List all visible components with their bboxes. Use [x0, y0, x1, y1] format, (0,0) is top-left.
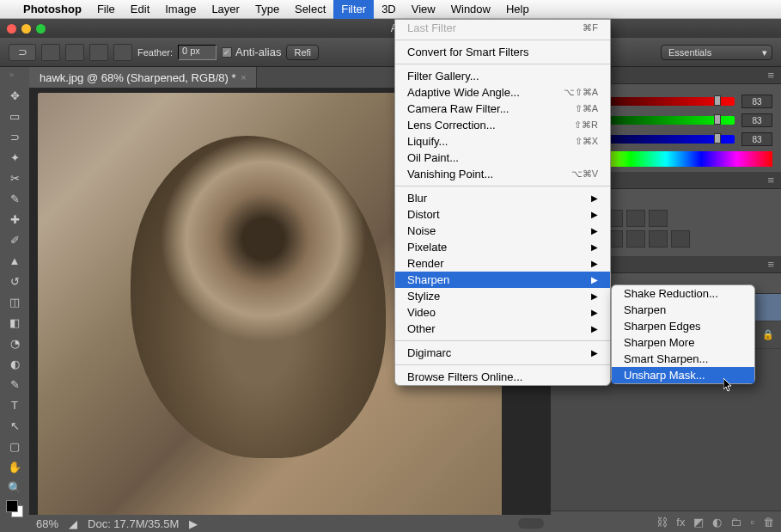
smart-sharpen-item[interactable]: Smart Sharpen... [612, 351, 754, 367]
slider-thumb-icon[interactable] [714, 133, 721, 144]
stamp-tool-icon[interactable]: ▲ [3, 251, 26, 270]
minimize-icon[interactable] [21, 24, 31, 34]
foreground-color-icon[interactable] [6, 500, 18, 512]
menu-select[interactable]: Select [287, 0, 333, 19]
panel-menu-icon[interactable]: ≡ [767, 69, 774, 82]
channel-mixer-adjust-icon[interactable] [649, 230, 668, 248]
pixelate-submenu-item[interactable]: Pixelate▶ [395, 239, 610, 255]
menu-image[interactable]: Image [157, 0, 204, 19]
refine-edge-button[interactable]: Refi [286, 45, 319, 60]
expand-icon[interactable]: » [9, 70, 20, 81]
digimarc-submenu-item[interactable]: Digimarc▶ [395, 345, 610, 361]
h-scrollbar[interactable] [518, 518, 544, 529]
history-brush-tool-icon[interactable]: ↺ [3, 272, 26, 290]
antialias-checkbox[interactable]: ✓ Anti-alias [222, 46, 281, 58]
menu-layer[interactable]: Layer [204, 0, 247, 19]
adaptive-wide-item[interactable]: Adaptive Wide Angle...⌥⇧⌘A [395, 84, 610, 101]
document-tab[interactable]: hawk.jpg @ 68% (Sharpened, RGB/8) * × [29, 67, 257, 88]
vibrance-adjust-icon[interactable] [649, 210, 668, 227]
selection-add-icon[interactable] [65, 44, 84, 61]
filter-gallery-item[interactable]: Filter Gallery... [395, 68, 610, 84]
eraser-tool-icon[interactable]: ◫ [3, 292, 26, 311]
panel-menu-icon[interactable]: ≡ [767, 174, 774, 187]
slider-thumb-icon[interactable] [714, 114, 721, 125]
selection-new-icon[interactable] [41, 44, 60, 61]
oil-paint-item[interactable]: Oil Paint... [395, 150, 610, 166]
liquify-item[interactable]: Liquify...⇧⌘X [395, 133, 610, 150]
zoom-icon[interactable] [36, 24, 46, 34]
menu-type[interactable]: Type [247, 0, 287, 19]
feather-input[interactable]: 0 px [178, 45, 217, 60]
heal-tool-icon[interactable]: ✚ [3, 210, 26, 229]
dodge-tool-icon[interactable]: ◐ [3, 354, 26, 373]
lasso-tool-icon[interactable]: ⊃ [9, 44, 36, 61]
menu-3d[interactable]: 3D [374, 0, 404, 19]
menu-view[interactable]: View [404, 0, 443, 19]
lock-icon[interactable]: 🔒 [762, 329, 774, 340]
mac-menubar[interactable]: Photoshop File Edit Image Layer Type Sel… [0, 0, 781, 19]
slider-thumb-icon[interactable] [714, 95, 721, 106]
sharpen-edges-item[interactable]: Sharpen Edges [612, 318, 754, 334]
marquee-tool-icon[interactable]: ▭ [3, 107, 26, 125]
video-submenu-item[interactable]: Video▶ [395, 304, 610, 321]
lens-correction-item[interactable]: Lens Correction...⇧⌘R [395, 117, 610, 133]
group-icon[interactable]: 🗀 [730, 516, 741, 529]
new-layer-icon[interactable]: ▫ [750, 516, 754, 529]
blur-tool-icon[interactable]: ◔ [3, 333, 26, 352]
close-tab-icon[interactable]: × [241, 73, 247, 83]
posterize-adjust-icon[interactable] [671, 230, 690, 248]
vanishing-point-item[interactable]: Vanishing Point...⌥⌘V [395, 166, 610, 182]
lasso-tool-icon[interactable]: ⊃ [3, 127, 26, 146]
window-controls[interactable] [7, 24, 46, 34]
blur-submenu-item[interactable]: Blur▶ [395, 190, 610, 206]
sharpen-submenu[interactable]: Shake Reduction... Sharpen Sharpen Edges… [611, 284, 755, 384]
browse-online-item[interactable]: Browse Filters Online... [395, 369, 610, 385]
panel-menu-icon[interactable]: ≡ [767, 258, 774, 271]
selection-subtract-icon[interactable] [89, 44, 108, 61]
wand-tool-icon[interactable]: ✦ [3, 148, 26, 167]
filter-dropdown[interactable]: Last Filter⌘F Convert for Smart Filters … [394, 19, 611, 386]
adjustment-layer-icon[interactable]: ◐ [712, 516, 722, 529]
sharpen-more-item[interactable]: Sharpen More [612, 334, 754, 351]
brush-tool-icon[interactable]: ✐ [3, 230, 26, 249]
shake-reduction-item[interactable]: Shake Reduction... [612, 285, 754, 302]
type-tool-icon[interactable]: T [3, 395, 26, 414]
close-icon[interactable] [7, 24, 16, 34]
menu-file[interactable]: File [89, 0, 123, 19]
link-icon[interactable]: ⛓ [656, 516, 668, 529]
camera-raw-item[interactable]: Camera Raw Filter...⇧⌘A [395, 101, 610, 117]
render-submenu-item[interactable]: Render▶ [395, 255, 610, 272]
path-select-tool-icon[interactable]: ↖ [3, 416, 26, 435]
convert-smart-item[interactable]: Convert for Smart Filters [395, 44, 610, 60]
menu-app[interactable]: Photoshop [15, 0, 89, 19]
green-value[interactable]: 83 [741, 113, 772, 127]
distort-submenu-item[interactable]: Distort▶ [395, 206, 610, 223]
workspace-switcher[interactable]: Essentials [661, 45, 772, 60]
checkbox-icon[interactable]: ✓ [222, 47, 232, 58]
menu-help[interactable]: Help [498, 0, 537, 19]
pen-tool-icon[interactable]: ✎ [3, 375, 26, 394]
selection-intersect-icon[interactable] [113, 44, 132, 61]
mask-icon[interactable]: ◩ [693, 516, 704, 529]
menu-edit[interactable]: Edit [123, 0, 157, 19]
red-value[interactable]: 83 [741, 95, 772, 108]
crop-tool-icon[interactable]: ✂ [3, 168, 26, 187]
exposure-adjust-icon[interactable] [626, 210, 645, 227]
sharpen-submenu-item[interactable]: Sharpen▶ [395, 272, 610, 288]
photo-filter-adjust-icon[interactable] [626, 230, 645, 248]
menu-window[interactable]: Window [443, 0, 498, 19]
last-filter-item[interactable]: Last Filter⌘F [395, 20, 610, 36]
status-arrow-icon[interactable]: ▶ [189, 517, 198, 530]
shape-tool-icon[interactable]: ▢ [3, 437, 26, 456]
color-swatch[interactable] [4, 504, 25, 516]
zoom-tool-icon[interactable]: 🔍 [3, 478, 26, 497]
noise-submenu-item[interactable]: Noise▶ [395, 223, 610, 239]
expand-status-icon[interactable]: ◢ [69, 517, 77, 530]
gradient-tool-icon[interactable]: ◧ [3, 313, 26, 332]
blue-value[interactable]: 83 [741, 132, 772, 146]
zoom-level[interactable]: 68% [36, 517, 58, 530]
stylize-submenu-item[interactable]: Stylize▶ [395, 288, 610, 304]
delete-icon[interactable]: 🗑 [763, 516, 774, 529]
other-submenu-item[interactable]: Other▶ [395, 321, 610, 337]
menu-filter[interactable]: Filter [333, 0, 374, 19]
